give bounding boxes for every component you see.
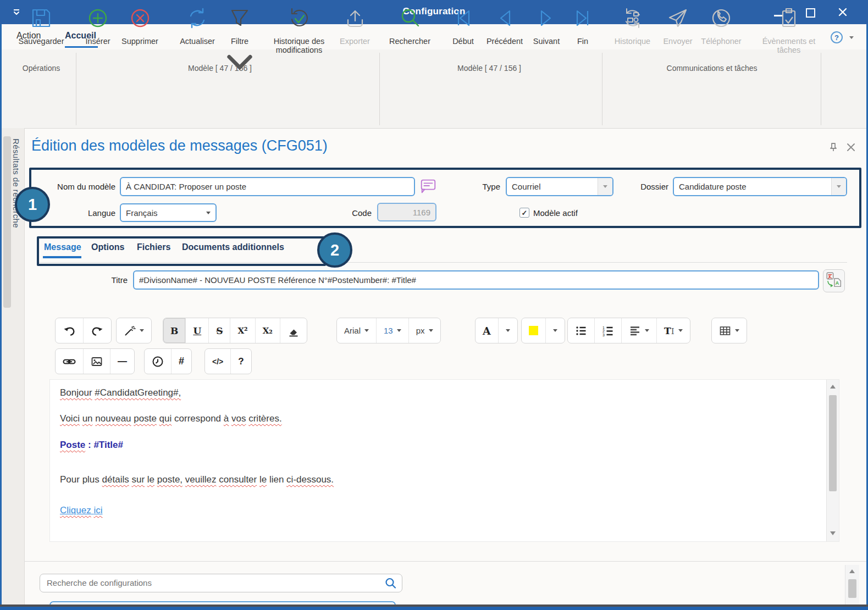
ribbon-collapse-icon[interactable]	[849, 36, 854, 39]
delete-button[interactable]: Supprimer	[117, 5, 163, 46]
font-family-dropdown[interactable]: Arial	[337, 318, 376, 343]
first-record-button[interactable]: Début	[448, 5, 478, 46]
scroll-down-icon[interactable]	[830, 531, 836, 535]
send-button[interactable]: Envoyer	[659, 5, 697, 46]
subscript-button[interactable]: X₂	[255, 318, 280, 343]
export-icon	[342, 5, 368, 33]
type-select[interactable]: Courriel	[506, 177, 613, 196]
send-icon	[665, 5, 690, 33]
search-icon	[397, 5, 423, 33]
font-unit-dropdown[interactable]: px	[408, 318, 440, 343]
editor-scrollbar[interactable]	[826, 380, 839, 541]
numbered-list-button[interactable]: 123	[594, 318, 621, 343]
refresh-button[interactable]: Actualiser	[173, 5, 222, 46]
strikethrough-button[interactable]: S	[208, 318, 230, 343]
language-select[interactable]: Français	[120, 203, 217, 222]
help-icon[interactable]: ?	[830, 31, 843, 46]
superscript-button[interactable]: X²	[230, 318, 255, 343]
folder-select-caret	[831, 178, 846, 195]
history-button[interactable]: Historique	[606, 5, 659, 46]
editor-scrollbar-thumb[interactable]	[829, 395, 837, 491]
template-name-input[interactable]	[120, 177, 415, 196]
history-modifications-icon	[286, 5, 312, 33]
link-button[interactable]	[56, 349, 83, 374]
tab-options[interactable]: Options	[91, 242, 124, 252]
hash-glyph: #	[179, 356, 184, 367]
editor-help-button[interactable]: ?	[230, 349, 251, 374]
editor-line: Poste : #Title#	[60, 440, 123, 451]
active-checkbox[interactable]: ✓	[519, 208, 529, 218]
editor-content[interactable]: Bonjour #CandidatGreeting#, Voici un nou…	[49, 379, 839, 542]
history-modifications-button[interactable]: Historique des modifications	[263, 5, 335, 55]
table-dropdown[interactable]	[712, 318, 747, 343]
annotation-badge-1: 1	[15, 187, 50, 222]
magic-wand-button[interactable]	[117, 318, 151, 343]
font-size-dropdown[interactable]: 13	[376, 318, 408, 343]
folder-select[interactable]: Candidature poste	[673, 177, 847, 196]
phone-button[interactable]: Téléphoner	[696, 5, 747, 46]
export-button[interactable]: Exporter	[334, 5, 375, 46]
insert-button[interactable]: Insérer	[79, 5, 117, 46]
text-style-dropdown[interactable]: TI	[656, 318, 690, 343]
delete-icon	[128, 5, 153, 33]
config-search-input[interactable]	[41, 575, 382, 590]
last-record-button[interactable]: Fin	[569, 5, 596, 46]
horizontal-rule-button[interactable]: —	[110, 349, 134, 374]
clock-button[interactable]	[145, 349, 171, 374]
ribbon-separator	[379, 53, 380, 125]
next-record-button[interactable]: Suivant	[529, 5, 563, 46]
prev-record-button[interactable]: Précédent	[479, 5, 530, 46]
type-value: Courriel	[507, 182, 598, 191]
underline-button[interactable]: U	[185, 318, 208, 343]
font-color-button[interactable]: A	[476, 318, 498, 343]
folder-value: Candidature poste	[674, 182, 831, 191]
merge-field-button[interactable]: #	[171, 349, 191, 374]
filter-icon	[227, 5, 252, 33]
folder-label: Dossier	[630, 182, 668, 191]
close-button[interactable]	[838, 8, 847, 19]
translate-button[interactable]: A	[823, 269, 845, 292]
editor-line: Bonjour #CandidatGreeting#,	[60, 387, 181, 398]
ribbon-separator	[602, 53, 602, 125]
events-tasks-button[interactable]: Évènements et tâches	[761, 5, 816, 55]
type-select-caret	[598, 178, 612, 195]
ribbon-separator	[76, 53, 76, 125]
question-glyph: ?	[238, 356, 244, 367]
pin-icon[interactable]	[828, 142, 839, 155]
undo-button[interactable]	[56, 318, 83, 343]
highlight-color-caret[interactable]	[545, 318, 565, 343]
magic-wand-caret	[140, 329, 144, 332]
scroll-up-icon[interactable]	[830, 385, 836, 389]
last-record-label: Fin	[577, 37, 588, 46]
comment-icon[interactable]	[419, 177, 438, 198]
type-label: Type	[472, 182, 500, 191]
panel-close-icon[interactable]	[847, 143, 855, 154]
history-label: Historique	[615, 37, 650, 46]
highlight-color-button[interactable]	[522, 318, 545, 343]
remove-format-button[interactable]	[280, 318, 307, 343]
config-search-icon[interactable]	[384, 577, 397, 592]
horizontal-rule-glyph: —	[118, 356, 127, 367]
image-button[interactable]	[83, 349, 110, 374]
tab-message[interactable]: Message	[44, 242, 81, 252]
editor-link-cliquez-ici[interactable]: Cliquez ici	[60, 505, 103, 516]
code-input[interactable]	[377, 203, 436, 221]
bullet-list-button[interactable]	[568, 318, 594, 343]
search-record-button[interactable]: Rechercher	[384, 5, 436, 46]
tab-files[interactable]: Fichiers	[137, 242, 170, 252]
align-dropdown[interactable]	[621, 318, 656, 343]
toolbar-group-table	[711, 318, 747, 343]
page-scrollbar-thumb[interactable]	[848, 579, 856, 598]
page-scrollbar[interactable]	[845, 565, 859, 605]
message-title-input[interactable]	[133, 270, 819, 290]
save-icon	[29, 5, 54, 33]
toolbar-group-misc: </> ?	[204, 348, 252, 374]
page-scroll-up-icon[interactable]	[849, 569, 855, 573]
source-code-button[interactable]: </>	[205, 349, 230, 374]
bold-button[interactable]: B	[163, 318, 185, 343]
group-caption-comms: Communications et tâches	[654, 64, 770, 73]
font-color-caret[interactable]	[498, 318, 517, 343]
tab-additional-docs[interactable]: Documents additionnels	[182, 242, 284, 252]
redo-button[interactable]	[83, 318, 111, 343]
save-button[interactable]: Sauvegarder	[11, 5, 71, 46]
